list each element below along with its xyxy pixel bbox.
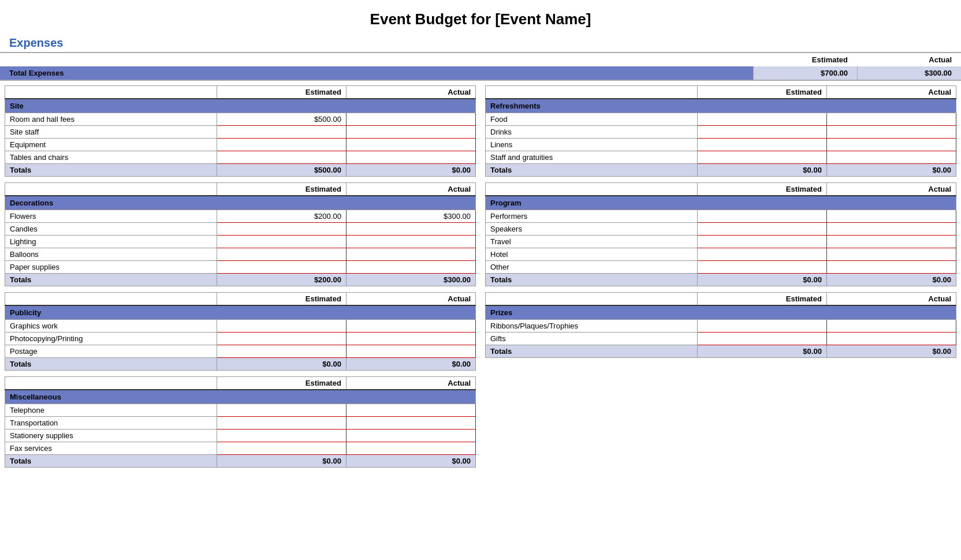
prog-item-2-label: Travel [486, 236, 698, 248]
misc-item-2-estimated[interactable] [217, 430, 346, 442]
site-item-2-estimated[interactable] [217, 139, 346, 151]
prizes-item-0-actual[interactable] [826, 320, 956, 333]
misc-item-1-actual[interactable] [346, 417, 475, 430]
prog-item-4-estimated[interactable] [697, 261, 826, 274]
ref-item-3-actual[interactable] [826, 151, 956, 164]
actual-col-header: Actual [857, 53, 961, 66]
site-totals-label: Totals [5, 164, 217, 177]
site-item-2-label: Equipment [5, 139, 217, 151]
main-title: Event Budget for [Event Name] [0, 0, 961, 34]
prog-item-0-actual[interactable] [826, 210, 956, 223]
site-item-3-estimated[interactable] [217, 151, 346, 164]
dec-item-4-actual[interactable] [346, 261, 475, 274]
pub-item-0-estimated[interactable] [217, 320, 346, 333]
misc-totals-estimated: $0.00 [217, 455, 346, 468]
ref-item-2-estimated[interactable] [697, 139, 826, 151]
ref-item-1-actual[interactable] [826, 126, 956, 139]
total-expenses-label: Total Expenses [0, 66, 753, 80]
refreshments-header-row: Refreshments [486, 99, 956, 113]
prog-item-1-estimated[interactable] [697, 223, 826, 236]
prog-item-2-actual[interactable] [826, 236, 956, 248]
site-item-3-actual[interactable] [346, 151, 475, 164]
dec-item-0-estimated[interactable]: $200.00 [217, 210, 346, 223]
dec-item-4-label: Paper supplies [5, 261, 217, 274]
prog-item-3-estimated[interactable] [697, 248, 826, 261]
prog-item-2-estimated[interactable] [697, 236, 826, 248]
prog-item-1-actual[interactable] [826, 223, 956, 236]
decorations-header-row: Decorations [5, 196, 476, 210]
misc-item-3-estimated[interactable] [217, 442, 346, 455]
prog-item-3-label: Hotel [486, 248, 698, 261]
dec-item-1-estimated[interactable] [217, 223, 346, 236]
site-item-0-estimated[interactable]: $500.00 [217, 113, 346, 126]
prog-totals-actual: $0.00 [826, 274, 956, 286]
prizes-item-1-label: Gifts [486, 333, 698, 345]
misc-item-3-actual[interactable] [346, 442, 475, 455]
table-row: Candles [5, 223, 476, 236]
site-item-1-actual[interactable] [346, 126, 475, 139]
prog-item-4-label: Other [486, 261, 698, 274]
pub-totals-label: Totals [5, 358, 217, 371]
table-row: Graphics work [5, 320, 476, 333]
ref-item-0-actual[interactable] [826, 113, 956, 126]
ref-item-2-actual[interactable] [826, 139, 956, 151]
pub-item-1-estimated[interactable] [217, 333, 346, 345]
program-table: Estimated Actual Program Performers Spea… [485, 182, 956, 286]
total-expenses-estimated: $700.00 [753, 66, 857, 80]
table-row: Lighting [5, 236, 476, 248]
dec-item-3-label: Balloons [5, 248, 217, 261]
dec-item-2-actual[interactable] [346, 236, 475, 248]
ref-col-header-row: Estimated Actual [486, 86, 956, 99]
misc-item-0-actual[interactable] [346, 404, 475, 417]
prizes-item-1-estimated[interactable] [697, 333, 826, 345]
ref-item-3-estimated[interactable] [697, 151, 826, 164]
dec-item-2-estimated[interactable] [217, 236, 346, 248]
misc-item-3-label: Fax services [5, 442, 217, 455]
ref-item-1-label: Drinks [486, 126, 698, 139]
dec-item-3-actual[interactable] [346, 248, 475, 261]
refreshments-header-label: Refreshments [486, 99, 956, 113]
page: Event Budget for [Event Name] Expenses E… [0, 0, 961, 560]
table-row: Travel [486, 236, 956, 248]
dec-item-0-actual[interactable]: $300.00 [346, 210, 475, 223]
dec-item-4-estimated[interactable] [217, 261, 346, 274]
pub-item-2-actual[interactable] [346, 345, 475, 358]
prizes-item-0-estimated[interactable] [697, 320, 826, 333]
table-row: Stationery supplies [5, 430, 476, 442]
prizes-item-1-actual[interactable] [826, 333, 956, 345]
dec-item-2-label: Lighting [5, 236, 217, 248]
content-area: Estimated Actual Site Room and hall fees… [0, 81, 961, 472]
site-item-2-actual[interactable] [346, 139, 475, 151]
ref-totals-label: Totals [486, 164, 698, 177]
publicity-header-label: Publicity [5, 305, 476, 320]
prog-item-0-estimated[interactable] [697, 210, 826, 223]
refreshments-table: Estimated Actual Refreshments Food Drink… [485, 85, 956, 177]
dec-item-1-actual[interactable] [346, 223, 475, 236]
table-row: Speakers [486, 223, 956, 236]
ref-item-1-estimated[interactable] [697, 126, 826, 139]
misc-item-2-actual[interactable] [346, 430, 475, 442]
site-item-0-actual[interactable] [346, 113, 475, 126]
table-row: Photocopying/Printing [5, 333, 476, 345]
ref-item-0-estimated[interactable] [697, 113, 826, 126]
pub-item-2-label: Postage [5, 345, 217, 358]
ref-item-3-label: Staff and gratuities [486, 151, 698, 164]
left-col: Estimated Actual Site Room and hall fees… [0, 81, 480, 472]
pub-item-2-estimated[interactable] [217, 345, 346, 358]
misc-item-2-label: Stationery supplies [5, 430, 217, 442]
prog-item-1-label: Speakers [486, 223, 698, 236]
dec-item-0-label: Flowers [5, 210, 217, 223]
prog-item-3-actual[interactable] [826, 248, 956, 261]
table-row: Tables and chairs [5, 151, 476, 164]
table-row: Telephone [5, 404, 476, 417]
pub-item-0-actual[interactable] [346, 320, 475, 333]
misc-item-1-estimated[interactable] [217, 417, 346, 430]
dec-item-3-estimated[interactable] [217, 248, 346, 261]
prizes-item-0-label: Ribbons/Plaques/Trophies [486, 320, 698, 333]
misc-item-0-estimated[interactable] [217, 404, 346, 417]
site-totals-row: Totals $500.00 $0.00 [5, 164, 476, 177]
prog-item-4-actual[interactable] [826, 261, 956, 274]
ref-totals-estimated: $0.00 [697, 164, 826, 177]
site-item-1-estimated[interactable] [217, 126, 346, 139]
pub-item-1-actual[interactable] [346, 333, 475, 345]
